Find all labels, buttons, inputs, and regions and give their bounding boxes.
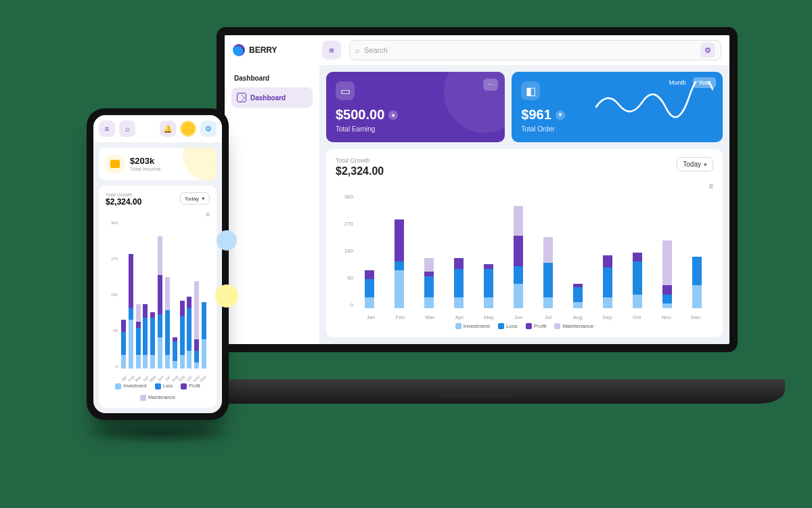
settings-icon[interactable]: ⚙ xyxy=(200,121,217,137)
period-dropdown[interactable]: Today xyxy=(677,157,713,171)
sidebar-item-dashboard[interactable]: Dashboard xyxy=(231,87,313,108)
growth-chart-card: Total Growth $2,324.00 Today ≡ 360270180… xyxy=(326,149,723,337)
card-menu-button[interactable]: ⋯ xyxy=(483,79,498,91)
order-label: Total Order xyxy=(521,125,595,133)
brand-logo: BERRY xyxy=(233,44,314,56)
phone-frame: ≡ ⌕ 🔔 ⚙ $203k Total Income Total Growth … xyxy=(87,108,229,420)
phone-growth-chart-card: Total Growth $2,324.00 Today ≡ 360270180… xyxy=(99,186,217,408)
trend-up-icon: ▲ xyxy=(388,110,398,120)
bag-icon: ◧ xyxy=(521,81,540,100)
laptop-screen: BERRY ≡ ⌕ Search ⚙ Dashboard Dashboard xyxy=(217,27,738,352)
search-placeholder: Search xyxy=(364,46,388,54)
chart-header: Total Growth $2,324.00 Today xyxy=(336,157,713,177)
earning-label: Total Earning xyxy=(336,125,495,133)
topbar: BERRY ≡ ⌕ Search ⚙ xyxy=(225,35,729,65)
sidebar-item-label: Dashboard xyxy=(250,94,286,102)
total-order-card: Month Year ◧ $961▼ Total Order xyxy=(512,72,723,142)
phone-screen: ≡ ⌕ 🔔 ⚙ $203k Total Income Total Growth … xyxy=(93,115,222,413)
decorative-blob xyxy=(217,230,222,251)
search-icon: ⌕ xyxy=(355,46,360,54)
total-earning-card: ⋯ ▭ $500.00▲ Total Earning xyxy=(326,72,505,142)
chart-amount: $2,324.00 xyxy=(106,197,141,207)
chart-legend: Investment Loss Profit Maintenance xyxy=(106,383,210,401)
growth-chart: 360270180900JanFebMarAprMayJunJulAugSepO… xyxy=(336,194,713,320)
main-content: ⋯ ▭ $500.00▲ Total Earning Month Year xyxy=(319,65,729,344)
menu-toggle-button[interactable]: ≡ xyxy=(99,121,115,137)
growth-chart: 360270180900JanFebMarAprMayJunJulAugSepO… xyxy=(106,221,210,381)
user-avatar[interactable] xyxy=(180,121,196,137)
period-dropdown[interactable]: Today xyxy=(180,192,210,205)
summary-cards: ⋯ ▭ $500.00▲ Total Earning Month Year xyxy=(326,72,723,142)
app-body: Dashboard Dashboard ⋯ ▭ $500 xyxy=(225,65,729,344)
income-icon xyxy=(106,154,125,173)
order-sparkline xyxy=(595,81,713,133)
sidebar-heading: Dashboard xyxy=(234,75,313,82)
trend-down-icon: ▼ xyxy=(556,110,565,120)
wallet-icon: ▭ xyxy=(336,81,355,100)
menu-toggle-button[interactable]: ≡ xyxy=(322,41,341,60)
chart-title: Total Growth xyxy=(106,192,141,197)
chart-amount: $2,324.00 xyxy=(336,165,384,177)
phone-topbar: ≡ ⌕ 🔔 ⚙ xyxy=(93,115,222,142)
dashboard-app: BERRY ≡ ⌕ Search ⚙ Dashboard Dashboard xyxy=(225,35,729,344)
chart-legend: Investment Loss Profit Maintenance xyxy=(336,323,713,329)
income-value: $203k xyxy=(130,156,160,166)
dashboard-icon xyxy=(237,93,246,102)
sidebar: Dashboard Dashboard xyxy=(225,65,319,344)
chart-menu-icon[interactable]: ≡ xyxy=(704,182,713,191)
logo-icon xyxy=(233,44,245,56)
notifications-icon[interactable]: 🔔 xyxy=(160,121,176,137)
order-value: $961▼ xyxy=(521,107,595,123)
income-label: Total Income xyxy=(130,166,160,172)
chart-menu-icon[interactable]: ≡ xyxy=(200,211,210,218)
brand-name: BERRY xyxy=(249,45,277,55)
search-input[interactable]: ⌕ Search ⚙ xyxy=(349,40,721,60)
filter-icon[interactable]: ⚙ xyxy=(700,43,715,58)
total-income-card: $203k Total Income xyxy=(99,148,217,180)
search-icon[interactable]: ⌕ xyxy=(119,121,135,137)
laptop-base xyxy=(169,379,785,404)
laptop-frame: BERRY ≡ ⌕ Search ⚙ Dashboard Dashboard xyxy=(217,27,738,386)
chart-title: Total Growth xyxy=(336,157,384,164)
